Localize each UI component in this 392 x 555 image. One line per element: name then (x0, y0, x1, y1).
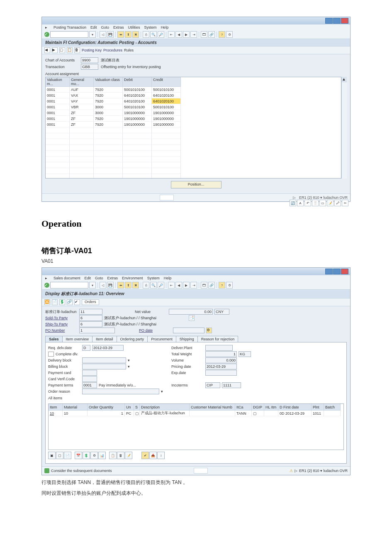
table-row[interactable]: 0001ZF792019010000001901000000 (46, 116, 341, 122)
col-dfirstdate[interactable]: D First date (278, 404, 312, 411)
menu-item[interactable]: Extras (113, 25, 124, 29)
col-valuation-m[interactable]: Valuation m... (46, 77, 70, 87)
shortcut-icon[interactable]: 🔗 (208, 31, 215, 38)
dropdown-icon[interactable]: ▾ (89, 31, 96, 38)
menu-item[interactable]: Edit (85, 276, 91, 280)
print-icon[interactable]: ⎙ (143, 31, 149, 38)
copy-icon[interactable]: 📋 (109, 452, 117, 459)
table-row-empty[interactable] (46, 174, 341, 178)
orders-button[interactable]: Orders (82, 299, 99, 305)
undo-icon[interactable]: ↶ (304, 200, 311, 206)
col-general-mo[interactable]: General mo... (70, 77, 94, 87)
cvcode-field[interactable] (82, 376, 97, 382)
status-icon[interactable]: ✔ (74, 299, 80, 305)
nav-back-icon[interactable]: ◀ (44, 47, 50, 53)
menu-item[interactable]: Sales document (54, 276, 80, 280)
costing-icon[interactable]: 📊 (98, 452, 106, 459)
reqdel-d-field[interactable]: D (82, 345, 90, 351)
col-plnt[interactable]: Plnt (312, 404, 324, 411)
window-min-button[interactable] (325, 18, 333, 24)
dropdown-icon[interactable]: ▾ (89, 282, 96, 289)
table-row[interactable]: 0001ZF792019010000001901000000 (46, 122, 341, 127)
menu-item[interactable]: Environment (122, 276, 143, 280)
podate-field[interactable] (173, 328, 205, 333)
erase-icon[interactable]: ✂ (342, 200, 348, 206)
save-icon[interactable]: 💾 (107, 282, 114, 289)
itemdetail-icon[interactable]: 📄 (64, 452, 71, 459)
col-valuation-class[interactable]: Valuation class (94, 77, 123, 87)
menu-item[interactable]: Posting Transaction (54, 25, 86, 29)
save-icon[interactable]: 💾 (107, 31, 114, 38)
menu-item[interactable]: Edit (90, 25, 97, 29)
table-row[interactable]: 0001ZF300019010000001901000000 (46, 110, 341, 116)
tab-ordering-party[interactable]: Ordering party (117, 336, 148, 342)
podetails-icon[interactable]: ⚙ (206, 328, 212, 333)
docflow-icon[interactable]: 🔗 (67, 299, 73, 305)
reqdel-date-field[interactable]: 2012-03-29 (92, 345, 124, 351)
menu-item[interactable]: Help (164, 276, 172, 280)
find-icon[interactable]: 🔍 (150, 31, 157, 38)
shortcut-icon[interactable]: 🔗 (208, 282, 215, 289)
exportexcel-icon[interactable]: 📤 (149, 452, 157, 459)
print-icon[interactable]: ⎙ (143, 282, 149, 289)
menu-item[interactable]: System (144, 25, 157, 29)
draw-icon[interactable]: ▭ (319, 200, 326, 206)
delete-icon[interactable]: 🗑 (117, 452, 124, 459)
table-row[interactable]: 0001AUF792050010101005001010100 (46, 87, 341, 93)
cond-icon[interactable]: 💲 (83, 452, 90, 459)
shipto-field[interactable]: 6 (79, 321, 102, 327)
back-icon[interactable]: ◁ (100, 282, 106, 289)
table-row-empty[interactable] (46, 162, 341, 168)
table-row[interactable]: 0001VAY792064010201006401020100 (46, 98, 341, 104)
back-button[interactable]: ⬅ (117, 31, 124, 38)
menu-icon[interactable]: ▸ (45, 25, 49, 29)
col-order-qty[interactable]: Order Quantity (88, 404, 125, 411)
soldto-field[interactable]: 6 (79, 315, 102, 321)
header-icon[interactable]: 📄 (52, 299, 58, 305)
tab-shipping[interactable]: Shipping (176, 336, 198, 342)
tab-reason-rejection[interactable]: Reason for rejection (197, 336, 239, 342)
menu-item[interactable]: Goto (101, 25, 110, 29)
window-max-button[interactable] (333, 269, 341, 274)
position-button[interactable]: Position... (171, 181, 222, 188)
layout-icon[interactable]: ⚙ (226, 31, 233, 38)
col-s[interactable]: S (134, 404, 140, 411)
window-max-button[interactable] (333, 18, 341, 24)
menu-item[interactable]: System (147, 276, 160, 280)
soldto-label[interactable]: Sold-To Party (45, 316, 78, 320)
delplant-field[interactable] (205, 345, 233, 351)
col-dgip[interactable]: DGIP (252, 404, 264, 411)
rules-link[interactable]: Rules (124, 48, 134, 52)
prevpage-icon[interactable]: ◀ (175, 31, 182, 38)
exit-button[interactable]: ⬆ (125, 31, 131, 38)
text-icon[interactable]: A (297, 200, 304, 206)
podate-label[interactable]: PO date (139, 328, 171, 333)
refresh-icon[interactable]: 🔄 (290, 200, 296, 206)
newsession-icon[interactable]: 🗔 (201, 31, 207, 38)
col-custmat[interactable]: Customer Material Numb (190, 404, 235, 411)
table-row-empty[interactable] (46, 168, 341, 174)
help-icon[interactable]: ? (219, 31, 225, 38)
system-info[interactable]: ▷ (293, 196, 296, 200)
config-icon[interactable]: ⚙ (90, 452, 98, 459)
ponumber-label[interactable]: PO Number (45, 328, 78, 333)
table-row[interactable]: 0001VBR300050010101005001010100 (46, 104, 341, 110)
accounts-grid[interactable]: Valuation m... General mo... Valuation c… (45, 77, 341, 178)
table-row-empty[interactable] (46, 139, 341, 145)
nextpage-icon[interactable]: ▶ (183, 282, 190, 289)
tab-item-overview[interactable]: Item overview (62, 336, 93, 342)
table-row-empty[interactable] (46, 151, 341, 156)
col-item[interactable]: Item (49, 404, 63, 411)
col-itca[interactable]: ItCa (235, 404, 252, 411)
cancel-button[interactable]: ✖ (132, 31, 139, 38)
firstpage-icon[interactable]: ⇤ (168, 31, 175, 38)
menu-item[interactable]: Utilities (128, 25, 140, 29)
enter-icon[interactable]: ✓ (44, 32, 49, 37)
lastpage-icon[interactable]: ⇥ (190, 282, 197, 289)
partner-details-icon[interactable]: 📑 (189, 315, 195, 321)
layout-icon[interactable]: ⚙ (226, 282, 233, 289)
item-row[interactable]: 10101PC▢产成品-核动力车-ludachunTANN▢0D 2012-03… (49, 411, 343, 416)
incoterm-field[interactable]: CIP (205, 382, 220, 388)
col-debit[interactable]: Debit (123, 77, 152, 87)
back-button[interactable]: ⬅ (117, 282, 124, 289)
